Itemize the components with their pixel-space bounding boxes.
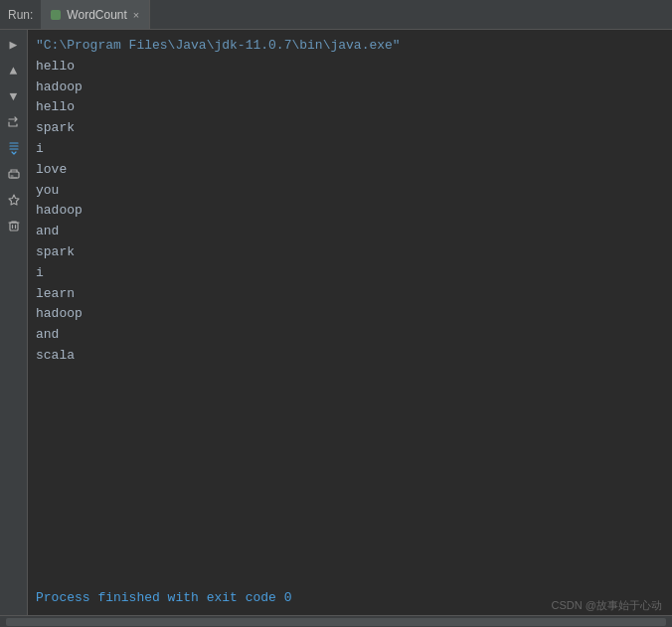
left-toolbar: ▶ ▲ ▼ — [0, 30, 28, 615]
watermark: CSDN @故事始于心动 — [552, 598, 662, 613]
console-line: i — [36, 263, 664, 284]
console-line: love — [36, 160, 664, 181]
console-area[interactable]: "C:\Program Files\Java\jdk-11.0.7\bin\ja… — [28, 30, 672, 615]
svg-rect-0 — [9, 172, 19, 178]
tab-name: WordCount — [67, 8, 126, 22]
console-line: hadoop — [36, 201, 664, 222]
console-line: i — [36, 139, 664, 160]
console-line: spark — [36, 118, 664, 139]
tab-close-button[interactable]: × — [133, 9, 139, 21]
console-line: scala — [36, 346, 664, 367]
console-line: hadoop — [36, 304, 664, 325]
bottom-scrollbar[interactable] — [0, 615, 672, 627]
tab-wordcount[interactable]: WordCount × — [41, 0, 150, 29]
console-line: "C:\Program Files\Java\jdk-11.0.7\bin\ja… — [36, 36, 664, 57]
run-panel: Run: WordCount × ▶ ▲ ▼ — [0, 0, 672, 627]
console-line: hello — [36, 97, 664, 118]
rerun-button[interactable] — [3, 111, 25, 133]
main-area: ▶ ▲ ▼ — [0, 30, 672, 615]
delete-button[interactable] — [3, 215, 25, 236]
run-button[interactable]: ▶ — [3, 34, 25, 56]
down-button[interactable]: ▼ — [3, 85, 25, 107]
console-line: and — [36, 325, 664, 346]
console-line: hello — [36, 57, 664, 78]
console-line: spark — [36, 242, 664, 263]
run-label: Run: — [0, 0, 41, 29]
svg-rect-1 — [10, 223, 18, 231]
scroll-end-button[interactable] — [3, 137, 25, 159]
horizontal-scroll-track[interactable] — [6, 618, 666, 626]
print-button[interactable] — [3, 163, 25, 185]
console-output: "C:\Program Files\Java\jdk-11.0.7\bin\ja… — [36, 36, 664, 558]
console-line: learn — [36, 284, 664, 305]
tab-icon — [51, 10, 61, 20]
console-line: and — [36, 222, 664, 242]
up-button[interactable]: ▲ — [3, 60, 25, 81]
tab-bar: Run: WordCount × — [0, 0, 672, 30]
console-line: you — [36, 181, 664, 202]
pin-button[interactable] — [3, 189, 25, 211]
console-line: hadoop — [36, 78, 664, 98]
